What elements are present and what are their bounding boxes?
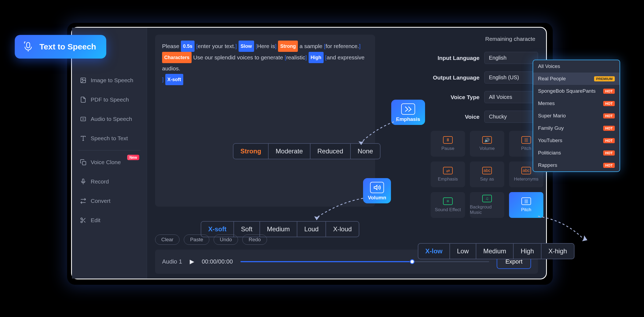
seek-thumb[interactable] [410, 259, 415, 264]
sidebar-item-convert[interactable]: Convert [72, 191, 147, 211]
hot-badge: HOT [603, 138, 615, 143]
sidebar-item-label: PDF to Speech [91, 96, 129, 103]
select-voice[interactable]: Chucky [484, 111, 538, 123]
svg-point-1 [82, 79, 83, 80]
svg-rect-4 [82, 179, 84, 182]
dropdown-item[interactable]: PoliticiansHOT [533, 147, 620, 159]
dropdown-item[interactable]: YouTubersHOT [533, 134, 620, 147]
volume-icon [370, 182, 384, 193]
dropdown-item[interactable]: All Voices [533, 60, 620, 73]
clone-icon [80, 159, 86, 165]
tool-emphasis[interactable]: ⇄Emphasis [431, 161, 465, 187]
tag-characters: Characters [162, 52, 192, 63]
app-window: Image to Speech PDF to Speech Audio to S… [71, 27, 547, 279]
field-output-language: Output Language English (US) [425, 71, 538, 84]
audio-icon [80, 116, 86, 122]
text-icon [80, 135, 86, 142]
hot-badge: HOT [603, 126, 615, 131]
remaining-characters: Remaining characte [485, 36, 535, 42]
dropdown-item[interactable]: SpongeBob SquarePantsHOT [533, 85, 620, 97]
paste-button[interactable]: Paste [184, 235, 209, 245]
image-icon [80, 77, 86, 84]
dropdown-item[interactable]: Super MarioHOT [533, 110, 620, 122]
heteronyms-icon: abc [521, 167, 531, 174]
music-icon: ♫ [482, 195, 492, 202]
sidebar-item-edit[interactable]: Edit [72, 211, 147, 230]
svg-point-5 [81, 218, 82, 219]
sidebar-item-speech-to-text[interactable]: Speech to Text [72, 129, 147, 148]
settings-panel: Input Language English Output Language E… [425, 52, 538, 218]
label-output-language: Output Language [433, 74, 480, 81]
sound-effect-icon: ≡ [443, 197, 453, 205]
emphasis-options: Strong Moderate Reduced None [233, 143, 380, 159]
sidebar-item-audio-to-speech[interactable]: Audio to Speech [72, 109, 147, 129]
microphone-icon [22, 41, 34, 53]
tool-bg-music[interactable]: ♫Backgroud Music [470, 192, 504, 218]
sidebar-item-label: Image to Speech [91, 77, 133, 84]
svg-rect-3 [82, 161, 86, 165]
new-badge: New [127, 155, 139, 160]
time-display: 00:00/00:00 [202, 258, 233, 265]
tag-strong: Strong [278, 41, 298, 52]
sidebar-item-record[interactable]: Record [72, 172, 147, 191]
sidebar-item-image-to-speech[interactable]: Image to Speech [72, 71, 147, 90]
tool-pause[interactable]: ⏸Pause [431, 131, 465, 157]
hot-badge: HOT [603, 89, 615, 94]
pitch-opt-xlow[interactable]: X-low [418, 243, 450, 259]
dropdown-item[interactable]: Family GuyHOT [533, 122, 620, 134]
select-output-language[interactable]: English (US) [484, 71, 538, 84]
field-voice-type: Voice Type All Voices [425, 91, 538, 103]
hot-badge: HOT [603, 150, 615, 156]
select-voice-type[interactable]: All Voices [484, 91, 538, 103]
select-input-language[interactable]: English [484, 52, 538, 64]
dropdown-item[interactable]: RappersHOT [533, 159, 620, 171]
sidebar-item-pdf-to-speech[interactable]: PDF to Speech [72, 90, 147, 109]
emphasis-badge: Emphasis [391, 100, 425, 125]
pitch-opt-xhigh[interactable]: X-high [541, 243, 575, 259]
pitch-icon: ||| [521, 136, 531, 144]
volume-icon: 🔊 [482, 136, 492, 144]
tool-sound-effect[interactable]: ≡Sound Effect [431, 192, 465, 218]
pitch-options: X-low Low Medium High X-high [418, 243, 575, 259]
pdf-icon [80, 96, 86, 103]
tool-say-as[interactable]: abcSay as [470, 161, 504, 187]
tool-grid: ⏸Pause 🔊Volume |||Pitch ⇄Emphasis abcSay… [431, 131, 538, 218]
sidebar-item-label: Audio to Speech [91, 116, 132, 122]
clear-button[interactable]: Clear [155, 235, 180, 245]
pause-icon: ⏸ [443, 136, 453, 144]
sidebar-item-label: Record [91, 178, 109, 185]
pitch-opt-low[interactable]: Low [450, 243, 476, 259]
play-button[interactable]: ▶ [190, 258, 194, 265]
label-voice-type: Voice Type [451, 94, 480, 100]
emphasis-opt-strong[interactable]: Strong [233, 143, 269, 159]
premium-badge: PREMIUM [594, 76, 615, 81]
svg-point-6 [81, 221, 82, 223]
tag-slow: Slow [239, 41, 254, 52]
field-input-language: Input Language English [425, 52, 538, 64]
pitch-opt-high[interactable]: High [514, 243, 541, 259]
text-editor[interactable]: Please 0.5s [enter your text.] Slow [Her… [155, 35, 375, 207]
dropdown-item[interactable]: Real PeoplePREMIUM [533, 73, 620, 85]
emphasis-opt-moderate[interactable]: Moderate [269, 143, 310, 159]
tool-pitch-active[interactable]: |||Pitch [509, 192, 543, 218]
undo-button[interactable]: Undo [214, 235, 238, 245]
emphasis-opt-none[interactable]: None [351, 143, 380, 159]
tag-high: High [309, 52, 324, 63]
sidebar-item-label: Voice Clone [91, 159, 121, 165]
text-to-speech-pill[interactable]: Text to Speech [15, 35, 106, 59]
pitch-opt-medium[interactable]: Medium [476, 243, 514, 259]
field-voice: Voice Chucky [425, 111, 538, 123]
tag-pause: 0.5s [181, 41, 195, 52]
sayas-icon: abc [482, 167, 492, 174]
sidebar-item-voice-clone[interactable]: Voice Clone New [72, 153, 147, 172]
seek-track[interactable] [240, 261, 489, 262]
hot-badge: HOT [603, 163, 615, 168]
tool-volume[interactable]: 🔊Volume [470, 131, 504, 157]
sidebar-item-label: Speech to Text [91, 135, 128, 142]
label-input-language: Input Language [438, 55, 480, 61]
emphasis-opt-reduced[interactable]: Reduced [310, 143, 351, 159]
redo-button[interactable]: Redo [242, 235, 267, 245]
dropdown-item[interactable]: MemesHOT [533, 97, 620, 110]
pitch-icon: ||| [521, 197, 531, 205]
hot-badge: HOT [603, 113, 615, 118]
